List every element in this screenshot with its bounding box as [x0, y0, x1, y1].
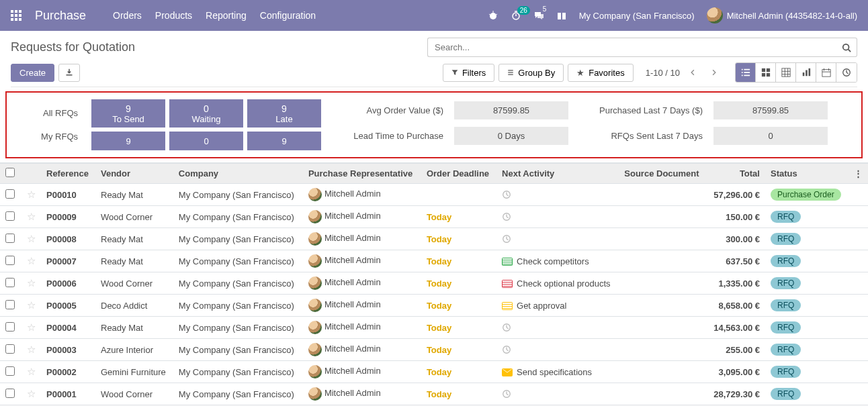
menu-reporting[interactable]: Reporting: [206, 10, 247, 21]
stat-purch7-label: Purchased Last 7 Days ($): [574, 105, 708, 115]
clock-icon[interactable]: [502, 190, 613, 199]
svg-rect-43: [822, 70, 830, 77]
star-icon[interactable]: ☆: [27, 299, 36, 311]
clock-icon[interactable]: [502, 323, 613, 332]
mail-icon[interactable]: [502, 368, 513, 376]
cell-status: RFQ: [765, 317, 849, 339]
star-icon[interactable]: ☆: [27, 321, 36, 333]
user-menu[interactable]: Mitchell Admin (4435482-14-0-all): [707, 7, 857, 23]
cell-activity: [496, 317, 619, 339]
row-checkbox[interactable]: [5, 234, 15, 243]
avatar-icon: [308, 232, 322, 246]
table-row[interactable]: ☆P00006Wood CornerMy Company (San Franci…: [0, 272, 868, 295]
col-vendor[interactable]: Vendor: [95, 164, 173, 184]
tile-all-tosend[interactable]: 9To Send: [91, 99, 165, 128]
star-icon[interactable]: ☆: [27, 366, 36, 377]
search-input[interactable]: [427, 38, 836, 57]
cell-status: RFQ: [765, 361, 849, 383]
view-graph[interactable]: [796, 63, 816, 82]
star-icon[interactable]: ☆: [27, 211, 36, 222]
main-menu: Orders Products Reporting Configuration: [113, 10, 316, 21]
clock-icon[interactable]: [502, 345, 613, 354]
cell-reference: P00008: [41, 228, 95, 250]
star-icon[interactable]: ☆: [27, 233, 36, 244]
clock-icon[interactable]: [502, 212, 613, 221]
col-company[interactable]: Company: [173, 164, 303, 184]
task-icon[interactable]: [502, 302, 513, 310]
deadline-value: Today: [427, 278, 451, 289]
row-checkbox[interactable]: [5, 389, 15, 398]
table-row[interactable]: ☆P00001Wood CornerMy Company (San Franci…: [0, 383, 868, 405]
cell-source: [619, 295, 707, 317]
col-status[interactable]: Status: [765, 164, 849, 184]
star-icon[interactable]: ☆: [27, 344, 36, 355]
tile-my-waiting[interactable]: 0: [169, 132, 243, 150]
col-reference[interactable]: Reference: [41, 164, 95, 184]
tile-all-late[interactable]: 9Late: [247, 99, 321, 128]
import-button[interactable]: [58, 64, 80, 82]
star-icon[interactable]: ☆: [27, 255, 36, 266]
table-row[interactable]: ☆P00004Ready MatMy Company (San Francisc…: [0, 317, 868, 339]
table-row[interactable]: ☆P00003Azure InteriorMy Company (San Fra…: [0, 339, 868, 361]
brand[interactable]: Purchase: [35, 9, 86, 23]
tile-all-waiting[interactable]: 0Waiting: [169, 99, 243, 128]
menu-configuration[interactable]: Configuration: [260, 10, 316, 21]
groupby-button[interactable]: Group By: [498, 64, 564, 82]
table-row[interactable]: ☆P00008Ready MatMy Company (San Francisc…: [0, 228, 868, 250]
col-options[interactable]: ⋮: [849, 164, 868, 184]
col-rep[interactable]: Purchase Representative: [303, 164, 421, 184]
star-icon[interactable]: ☆: [27, 388, 36, 399]
status-badge: RFQ: [771, 277, 801, 289]
view-list[interactable]: [736, 63, 756, 82]
row-checkbox[interactable]: [5, 300, 15, 309]
row-checkbox[interactable]: [5, 366, 15, 376]
company-switcher[interactable]: My Company (San Francisco): [579, 11, 695, 21]
cell-activity: [496, 206, 619, 228]
view-activity[interactable]: [836, 63, 857, 82]
view-calendar[interactable]: [816, 63, 836, 82]
cell-total: 14,563.00 €: [707, 317, 765, 339]
table-row[interactable]: ☆P00010Ready MatMy Company (San Francisc…: [0, 184, 868, 206]
tile-my-late[interactable]: 9: [247, 132, 321, 150]
chat-icon[interactable]: 5: [533, 10, 544, 21]
view-pivot[interactable]: [776, 63, 796, 82]
gift-icon[interactable]: [556, 10, 567, 21]
task-icon[interactable]: [502, 280, 513, 288]
row-checkbox[interactable]: [5, 344, 15, 354]
table-row[interactable]: ☆P00002Gemini FurnitureMy Company (San F…: [0, 361, 868, 383]
navbar-right: 26 5 My Company (San Francisco) Mitchell…: [488, 7, 857, 23]
cell-vendor: Azure Interior: [95, 339, 173, 361]
row-checkbox[interactable]: [5, 278, 15, 287]
filters-button[interactable]: Filters: [443, 64, 494, 82]
tile-my-tosend[interactable]: 9: [91, 132, 165, 150]
star-icon[interactable]: ☆: [27, 277, 36, 289]
apps-icon[interactable]: [11, 10, 21, 21]
pager-prev[interactable]: [684, 64, 701, 81]
row-checkbox[interactable]: [5, 256, 15, 265]
table-row[interactable]: ☆P00009Wood CornerMy Company (San Franci…: [0, 206, 868, 228]
row-checkbox[interactable]: [5, 189, 15, 199]
row-checkbox[interactable]: [5, 211, 15, 221]
pager-next[interactable]: [705, 64, 723, 81]
bug-icon[interactable]: [488, 10, 498, 21]
deadline-value: Today: [427, 234, 451, 244]
timer-icon[interactable]: 26: [511, 10, 521, 21]
col-activity[interactable]: Next Activity: [496, 164, 619, 184]
table-row[interactable]: ☆P00005Deco AddictMy Company (San Franci…: [0, 295, 868, 317]
menu-products[interactable]: Products: [155, 10, 192, 21]
favorites-button[interactable]: ★ Favorites: [568, 64, 633, 82]
task-icon[interactable]: [502, 258, 513, 266]
view-kanban[interactable]: [756, 63, 776, 82]
search-button[interactable]: [836, 38, 857, 57]
col-deadline[interactable]: Order Deadline: [421, 164, 496, 184]
select-all-checkbox[interactable]: [5, 168, 15, 177]
star-icon[interactable]: ☆: [27, 189, 36, 200]
menu-orders[interactable]: Orders: [113, 10, 142, 21]
clock-icon[interactable]: [502, 234, 613, 244]
create-button[interactable]: Create: [11, 64, 54, 82]
col-total[interactable]: Total: [707, 164, 765, 184]
clock-icon[interactable]: [502, 389, 613, 399]
row-checkbox[interactable]: [5, 322, 15, 332]
table-row[interactable]: ☆P00007Ready MatMy Company (San Francisc…: [0, 250, 868, 272]
col-source[interactable]: Source Document: [619, 164, 707, 184]
